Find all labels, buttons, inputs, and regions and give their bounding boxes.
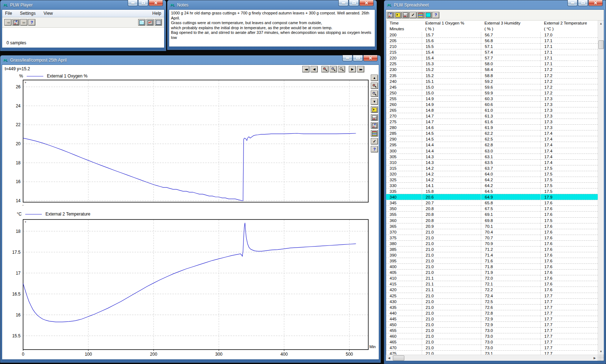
fast-forward-button[interactable] xyxy=(357,66,364,72)
table-row[interactable]: 30514.363.117.4 xyxy=(386,154,598,160)
help-button[interactable] xyxy=(28,19,35,26)
table-row[interactable]: 29014.562.517.4 xyxy=(386,136,598,142)
table-row[interactable]: 40521.071.917.6 xyxy=(386,269,598,275)
table-row[interactable]: 46521.073.017.7 xyxy=(386,339,598,345)
scroll-left-button[interactable]: ◀ xyxy=(386,355,392,361)
table-row[interactable]: 29514.462.817.4 xyxy=(386,142,598,148)
table-row[interactable]: 21515.457.417.1 xyxy=(386,49,598,55)
zoom-out-button[interactable] xyxy=(371,90,378,97)
maximize-button[interactable] xyxy=(578,0,588,6)
table-row[interactable]: 31014.363.517.4 xyxy=(386,159,598,165)
minimize-button[interactable] xyxy=(338,0,348,6)
menu-settings[interactable]: Settings xyxy=(20,11,35,16)
titlebar-spreadsheet[interactable]: PL PLW Spreadsheet xyxy=(386,0,604,9)
table-row[interactable]: 20015.756.717.0 xyxy=(386,32,598,38)
table-row[interactable]: 25514.960.317.3 xyxy=(386,96,598,102)
table-button[interactable] xyxy=(155,19,162,26)
table-row[interactable]: 22015.457.717.1 xyxy=(386,55,598,61)
axis-zoom-in-handle[interactable]: + xyxy=(25,220,26,224)
close-button[interactable] xyxy=(359,0,374,6)
menu-help[interactable]: Help xyxy=(152,11,161,16)
table-row[interactable]: 37021.070.417.6 xyxy=(386,229,598,235)
scroll-down-button[interactable]: ▼ xyxy=(598,349,604,355)
table-row[interactable]: 27514.761.617.3 xyxy=(386,119,598,125)
table-row[interactable]: 37521.070.717.6 xyxy=(386,235,598,241)
table-row[interactable]: 20515.656.817.1 xyxy=(386,37,598,44)
table-row[interactable]: 28014.661.917.3 xyxy=(386,124,598,130)
table-row[interactable]: 22515.358.017.1 xyxy=(386,61,598,67)
table-row[interactable]: 32514.264.217.5 xyxy=(386,177,598,183)
zoom-in-button[interactable] xyxy=(371,83,378,89)
table-row[interactable]: 44521.072.917.7 xyxy=(386,316,598,322)
table-row[interactable]: 25015.059.917.2 xyxy=(386,90,598,96)
rewind-button[interactable] xyxy=(302,66,309,72)
table-row[interactable]: 44021.072.817.7 xyxy=(386,310,598,316)
minimize-button[interactable] xyxy=(342,55,352,61)
table-row[interactable]: 21015.557.117.1 xyxy=(386,43,598,49)
annotation-button[interactable] xyxy=(394,12,401,18)
table-row[interactable]: 39021.071.417.6 xyxy=(386,252,598,258)
table-row[interactable]: 23015.258.417.2 xyxy=(386,66,598,72)
table-row[interactable]: 41521.172.117.6 xyxy=(386,281,598,287)
table-row[interactable]: 30014.463.017.4 xyxy=(386,148,598,154)
help-button[interactable] xyxy=(432,12,439,18)
table-row[interactable]: 27014.761.317.3 xyxy=(386,113,598,119)
annotation-button[interactable] xyxy=(371,106,378,113)
close-button[interactable] xyxy=(588,0,603,6)
table-row[interactable]: 34520.765.817.6 xyxy=(386,200,598,206)
horizontal-scroll-thumb[interactable] xyxy=(393,355,404,361)
table-row[interactable]: 42521.072.417.7 xyxy=(386,293,598,299)
table-row[interactable]: 28514.562.217.4 xyxy=(386,130,598,136)
export-button[interactable] xyxy=(371,122,378,129)
stripes-button[interactable] xyxy=(371,130,378,137)
titlebar-player[interactable]: PL PLW Player xyxy=(2,0,164,9)
graph-button[interactable] xyxy=(146,19,154,26)
table-row[interactable]: 26014.960.617.3 xyxy=(386,101,598,107)
table-row[interactable]: 39521.071.617.6 xyxy=(386,258,598,264)
step-forward-button[interactable] xyxy=(349,66,356,72)
table-row[interactable]: 47021.073.017.7 xyxy=(386,345,598,351)
notes-text-area[interactable]: 1000 g 24 hr old damp grass cuttings + 7… xyxy=(169,9,375,47)
scroll-right-button[interactable]: ▶ xyxy=(592,355,598,361)
export-button[interactable] xyxy=(387,12,394,18)
table-row[interactable]: 38521.071.217.6 xyxy=(386,246,598,252)
fast-forward-button[interactable] xyxy=(20,19,27,26)
horizontal-scrollbar[interactable]: ◀ ▶ xyxy=(386,355,598,361)
vertical-scroll-thumb[interactable] xyxy=(598,40,604,49)
stripes-button[interactable] xyxy=(417,12,424,18)
table-row[interactable]: 45521.073.017.7 xyxy=(386,327,598,333)
check-button[interactable] xyxy=(409,12,417,18)
minimize-button[interactable] xyxy=(128,0,138,6)
table-row[interactable]: 36020.869.817.5 xyxy=(386,217,598,223)
zoom-fit-button[interactable] xyxy=(338,66,345,72)
check-button[interactable] xyxy=(371,138,378,145)
axis-zoom-out-handle[interactable]: - xyxy=(22,203,23,207)
minimize-button[interactable] xyxy=(567,0,578,6)
record-button[interactable] xyxy=(371,114,378,121)
help-button[interactable] xyxy=(371,146,378,152)
table-row[interactable]: 24515.059.617.2 xyxy=(386,84,598,90)
table-row[interactable]: 35520.869.117.6 xyxy=(386,211,598,217)
menu-view[interactable]: View xyxy=(44,11,53,16)
table-row[interactable]: 24015.159.217.2 xyxy=(386,78,598,84)
table-row[interactable]: 45021.072.917.7 xyxy=(386,321,598,328)
table-row[interactable]: 33515.864.517.5 xyxy=(386,188,598,194)
axis-zoom-in-handle[interactable]: + xyxy=(25,81,26,84)
table-row[interactable]: 46021.073.017.7 xyxy=(386,333,598,339)
table-row[interactable]: 26514.861.017.3 xyxy=(386,107,598,113)
scroll-up-button[interactable]: ▲ xyxy=(598,21,604,27)
menu-file[interactable]: File xyxy=(5,11,12,16)
table-row[interactable]: 38021.070.917.6 xyxy=(386,240,598,247)
table-row[interactable]: 35020.867.517.6 xyxy=(386,205,598,212)
table-row[interactable]: 47521.073.117.7 xyxy=(386,350,598,355)
close-button[interactable] xyxy=(363,55,378,61)
table-row[interactable]: 43521.072.617.7 xyxy=(386,304,598,310)
table-row[interactable]: 40021.071.817.6 xyxy=(386,263,598,270)
table-row[interactable]: 32014.264.017.5 xyxy=(386,171,598,177)
maximize-button[interactable] xyxy=(138,0,148,6)
step-back-button[interactable] xyxy=(311,66,318,72)
table-row[interactable]: 31514.263.717.5 xyxy=(386,165,598,171)
axis-zoom-out-handle[interactable]: - xyxy=(22,350,23,354)
table-row[interactable]: 33014.164.217.5 xyxy=(386,182,598,188)
rewind-button[interactable] xyxy=(4,19,12,26)
